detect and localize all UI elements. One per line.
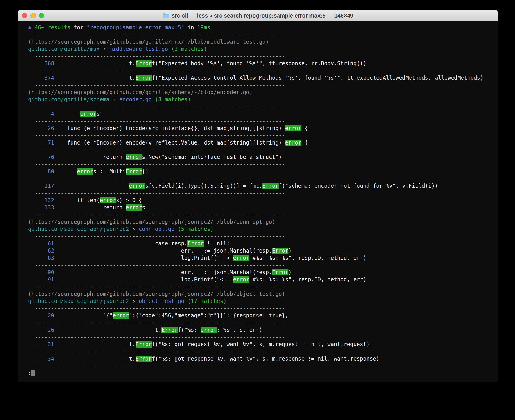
match-count: 46+ results xyxy=(35,24,70,31)
code-text: func (e *Encoder) encode(v reflect.Value… xyxy=(64,140,285,146)
breadcrumb-arrow-icon: › xyxy=(100,46,109,52)
terminal-row: 90 | err, _ := json.Marshal(resp.Error) xyxy=(28,269,498,276)
separator-row: ----------------------------------------… xyxy=(28,334,498,341)
separator-row: ----------------------------------------… xyxy=(28,362,498,370)
match-highlight: Error xyxy=(161,327,178,333)
close-button[interactable] xyxy=(22,13,27,18)
code-text: s" xyxy=(96,111,103,117)
terminal-row: 63 | log.Printf("--> error #%s: %s: %s",… xyxy=(28,254,498,262)
folder-icon xyxy=(162,13,170,18)
separator-row: ----------------------------------------… xyxy=(28,146,498,153)
code-text: if len( xyxy=(64,197,100,203)
terminal-row: 4 | "errors" xyxy=(28,110,498,118)
result-url: (https://sourcegraph.com/github.com/sour… xyxy=(28,219,275,225)
line-number: 374 xyxy=(28,75,54,81)
line-number: 34 xyxy=(28,356,54,362)
separator-row: ----------------------------------------… xyxy=(28,31,498,38)
window-titlebar[interactable]: src-cli — less ◂ src search repogroup:sa… xyxy=(18,10,498,21)
separator-line: ----------------------------------------… xyxy=(28,363,285,369)
line-number: 61 xyxy=(28,240,54,247)
match-count: 19ms xyxy=(197,24,210,31)
title-group: src-cli — less ◂ src search repogroup:sa… xyxy=(162,12,353,19)
pipe-separator: | xyxy=(54,255,64,261)
terminal-row: 61 | case resp.Error != nil: xyxy=(28,240,498,247)
terminal-row: 374 | t.Errorf("Expected Access-Control-… xyxy=(28,74,498,82)
separator-line: ----------------------------------------… xyxy=(28,348,285,355)
match-count: (17 matches) xyxy=(184,298,227,304)
match-highlight: error xyxy=(201,327,217,333)
code-text: s[v.Field(i).Type().String()] = fmt. xyxy=(145,183,262,189)
separator-row: ----------------------------------------… xyxy=(28,283,498,290)
match-highlight: Error xyxy=(135,60,152,67)
separator-row: ----------------------------------------… xyxy=(28,319,498,326)
code-text: for xyxy=(70,24,87,31)
code-text: #%s: %s: %s", resp.ID, method, err) xyxy=(249,276,366,283)
line-number: 31 xyxy=(28,341,54,347)
match-highlight: error xyxy=(233,255,249,261)
window-title: src-cli — less ◂ src search repogroup:sa… xyxy=(172,12,353,19)
terminal-row: github.com/sourcegraph/jsonrpc2 › conn_o… xyxy=(28,225,498,233)
separator-line: ----------------------------------------… xyxy=(28,53,285,60)
line-number: 76 xyxy=(28,154,54,160)
asterisk-icon: ✱ xyxy=(28,24,35,31)
match-highlight: Error xyxy=(272,248,288,254)
match-highlight: error xyxy=(77,168,93,175)
separator-line: ----------------------------------------… xyxy=(28,118,285,124)
separator-row: ----------------------------------------… xyxy=(28,118,498,125)
line-number: 26 xyxy=(28,125,54,131)
code-text: f("Expected Access-Control-Allow-Methods… xyxy=(152,75,484,81)
code-text: ":{"code":456,"message":"m"}}`: {respons… xyxy=(129,312,288,319)
separator-line: ----------------------------------------… xyxy=(28,284,285,290)
match-highlight: Error xyxy=(135,341,152,347)
pipe-separator: | xyxy=(54,276,64,283)
terminal-content[interactable]: ✱ 46+ results for "repogroup:sample erro… xyxy=(18,21,498,377)
match-count: (2 matches) xyxy=(168,46,207,52)
terminal-window: src-cli — less ◂ src search repogroup:sa… xyxy=(18,10,498,382)
match-highlight: Error xyxy=(262,183,278,189)
terminal-row: 34 | t.Errorf("%s: got response %v, want… xyxy=(28,355,498,362)
terminal-row: 76 | return errors.New("schema: interfac… xyxy=(28,153,498,161)
line-number: 90 xyxy=(28,269,54,276)
code-text: ) xyxy=(288,269,291,276)
traffic-lights xyxy=(22,10,44,21)
separator-row: ----------------------------------------… xyxy=(28,211,498,218)
separator-line: ----------------------------------------… xyxy=(28,190,285,196)
breadcrumb-arrow-icon: › xyxy=(109,96,119,103)
separator-row: ----------------------------------------… xyxy=(28,82,498,89)
zoom-button[interactable] xyxy=(39,13,44,18)
code-text xyxy=(64,183,129,189)
code-text: s) > 0 { xyxy=(116,197,142,203)
separator-line: ----------------------------------------… xyxy=(28,161,285,167)
terminal-row: 117 | errors[v.Field(i).Type().String()]… xyxy=(28,182,498,189)
match-highlight: Error xyxy=(187,240,204,247)
match-highlight: error xyxy=(113,312,129,319)
terminal-row: 80 | errors := MultiError{} xyxy=(28,168,498,175)
separator-row: ----------------------------------------… xyxy=(28,67,498,74)
code-text: : xyxy=(28,370,31,376)
code-text: " xyxy=(64,111,80,117)
match-highlight: error xyxy=(80,111,96,117)
breadcrumb-arrow-icon: › xyxy=(129,226,139,232)
separator-row: ----------------------------------------… xyxy=(28,189,498,197)
code-text: case resp. xyxy=(64,240,187,247)
code-text: err, _ := json.Marshal(resp. xyxy=(64,269,272,276)
file-name: object_test.go xyxy=(139,298,184,304)
pipe-separator: | xyxy=(54,197,64,203)
pipe-separator: | xyxy=(54,125,64,131)
pipe-separator: | xyxy=(54,248,64,254)
separator-row: ----------------------------------------… xyxy=(28,161,498,168)
code-text: { xyxy=(301,125,308,131)
line-number: 26 xyxy=(28,327,54,333)
line-number: 71 xyxy=(28,140,54,146)
pipe-separator: | xyxy=(54,240,64,247)
code-text: f("%s: xyxy=(178,327,201,333)
minimize-button[interactable] xyxy=(30,13,36,18)
line-number: 80 xyxy=(28,168,54,175)
code-text: {} xyxy=(142,168,149,175)
query-text: "repogroup:sample error max:5" xyxy=(87,24,184,31)
separator-line: ----------------------------------------… xyxy=(28,233,285,240)
separator-line: ----------------------------------------… xyxy=(28,176,285,182)
separator-line: ----------------------------------------… xyxy=(28,104,285,110)
file-name: middleware_test.go xyxy=(109,46,168,52)
separator-line: ----------------------------------------… xyxy=(28,320,285,326)
